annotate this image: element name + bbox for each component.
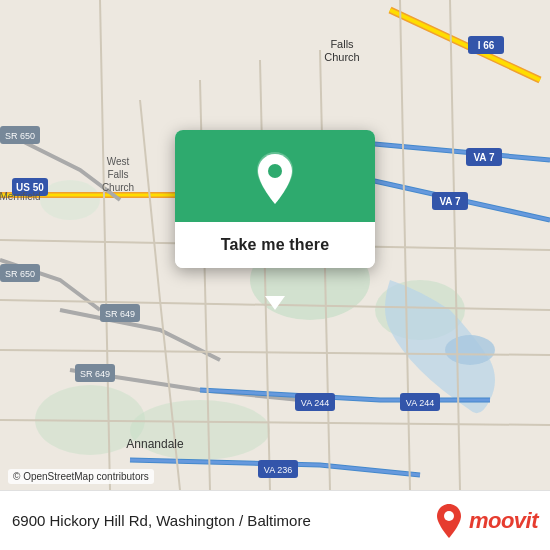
- svg-text:I 66: I 66: [478, 40, 495, 51]
- popup-header: [175, 130, 375, 222]
- svg-text:SR 649: SR 649: [105, 309, 135, 319]
- bottom-bar: 6900 Hickory Hill Rd, Washington / Balti…: [0, 490, 550, 550]
- svg-text:Church: Church: [324, 51, 359, 63]
- moovit-brand-name: moovit: [469, 508, 538, 534]
- svg-text:Falls: Falls: [330, 38, 354, 50]
- svg-text:VA 244: VA 244: [301, 398, 329, 408]
- svg-text:Falls: Falls: [107, 169, 128, 180]
- svg-point-36: [268, 164, 282, 178]
- svg-point-37: [444, 511, 454, 521]
- svg-text:Church: Church: [102, 182, 134, 193]
- svg-point-6: [445, 335, 495, 365]
- svg-point-5: [40, 180, 100, 220]
- map-pin-icon: [253, 152, 297, 204]
- svg-text:VA 7: VA 7: [473, 152, 495, 163]
- svg-point-4: [130, 400, 270, 460]
- moovit-pin-icon: [435, 504, 463, 538]
- popup-card: Take me there: [175, 130, 375, 268]
- svg-text:SR 649: SR 649: [80, 369, 110, 379]
- svg-text:VA 236: VA 236: [264, 465, 292, 475]
- svg-text:SR 650: SR 650: [5, 269, 35, 279]
- address-text: 6900 Hickory Hill Rd, Washington / Balti…: [12, 512, 435, 529]
- svg-text:West: West: [107, 156, 130, 167]
- svg-text:VA 244: VA 244: [406, 398, 434, 408]
- svg-text:SR 650: SR 650: [5, 131, 35, 141]
- take-me-there-button[interactable]: Take me there: [175, 222, 375, 268]
- map-view: I 66 VA 7 VA 7 US 50 SR 650 SR 650 SR 64…: [0, 0, 550, 490]
- svg-text:VA 7: VA 7: [439, 196, 461, 207]
- moovit-logo: moovit: [435, 504, 538, 538]
- svg-text:Merrifield: Merrifield: [0, 191, 41, 202]
- svg-text:Annandale: Annandale: [126, 437, 184, 451]
- popup-tail: [265, 296, 285, 310]
- osm-credit: © OpenStreetMap contributors: [8, 469, 154, 484]
